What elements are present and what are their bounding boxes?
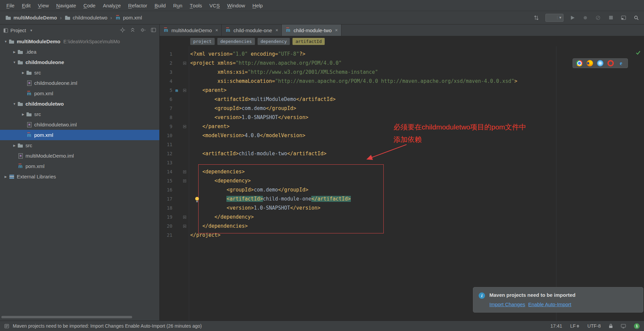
menu-window[interactable]: Window <box>223 0 249 11</box>
chevron-expanded-icon[interactable]: ▼ <box>3 40 9 43</box>
chevron-expanded-icon[interactable]: ▼ <box>11 61 17 64</box>
fold-marker-icon[interactable] <box>183 179 186 182</box>
fold-marker-icon[interactable] <box>183 170 186 173</box>
tree-item-childmoduletwo[interactable]: ▼childmoduletwo <box>0 99 159 109</box>
project-horizontal-scrollbar[interactable] <box>1 316 132 318</box>
project-panel-title[interactable]: Project ▼ <box>3 27 33 33</box>
lock-icon[interactable] <box>609 324 613 328</box>
tab-child-module-two[interactable]: mchild-module-two× <box>282 24 341 36</box>
run-button[interactable] <box>569 14 576 21</box>
line-separator-widget[interactable]: LF <box>570 323 579 329</box>
fold-marker-icon[interactable] <box>183 89 186 92</box>
chevron-collapsed-icon[interactable]: ▶ <box>20 71 26 74</box>
tree-item-src[interactable]: ▶src <box>0 140 159 151</box>
close-icon[interactable]: × <box>335 27 338 33</box>
hide-panel-icon[interactable] <box>151 27 156 34</box>
menu-code[interactable]: Code <box>80 0 99 11</box>
tree-item-childmoduleone-iml[interactable]: childmoduleone.iml <box>0 78 159 88</box>
fold-marker-icon[interactable] <box>183 225 186 228</box>
search-icon[interactable] <box>633 14 640 21</box>
tree-item-pom-xml[interactable]: mpom.xml <box>0 88 159 99</box>
tree-item-src[interactable]: ▶src <box>0 67 159 78</box>
menu-view[interactable]: View <box>34 0 53 11</box>
xml-crumb-dependencies[interactable]: dependencies <box>217 38 255 45</box>
menu-run[interactable]: Run <box>169 0 186 11</box>
menu-tools[interactable]: Tools <box>186 0 206 11</box>
xml-crumb-project[interactable]: project <box>190 38 215 45</box>
breadcrumb-pom-xml[interactable]: mpom.xml <box>114 14 144 21</box>
tree-item-external-libraries[interactable]: ▶External Libraries <box>0 171 159 182</box>
annotation-line-2: 添加依赖 <box>393 133 526 146</box>
maven-parent-icon[interactable]: m <box>175 88 178 93</box>
tree-item-src[interactable]: ▶src <box>0 109 159 119</box>
line-number: 11 <box>160 140 172 149</box>
code-line-7[interactable]: 7 <groupId>com.demo</groupId> <box>160 104 644 113</box>
code-line-12[interactable]: 12 <artifactId>child-module-two</artifac… <box>160 149 644 158</box>
breadcrumb-separator: › <box>110 15 112 20</box>
code-line-1[interactable]: 1<?xml version="1.0" encoding="UTF-8"?> <box>160 50 644 59</box>
xml-crumb-dependency[interactable]: dependency <box>258 38 290 45</box>
folder-icon <box>26 70 32 75</box>
notification-count-badge[interactable]: 1 <box>634 323 640 329</box>
safari-icon[interactable] <box>597 60 603 66</box>
link-import-changes[interactable]: Import Changes <box>489 301 525 307</box>
opera-icon[interactable] <box>607 60 614 66</box>
tab-child-module-one[interactable]: mchild-module-one× <box>222 24 282 36</box>
settings-gear-icon[interactable] <box>140 27 146 34</box>
coverage-icon[interactable] <box>594 14 602 21</box>
menu-refactor[interactable]: Refactor <box>124 0 151 11</box>
tab-multimoduledemo[interactable]: mmultiModuleDemo× <box>160 24 222 36</box>
stop-icon[interactable] <box>607 14 614 21</box>
menu-edit[interactable]: Edit <box>18 0 34 11</box>
code-line-5[interactable]: 5m <parent> <box>160 86 644 95</box>
link-enable-auto-import[interactable]: Enable Auto-Import <box>528 301 571 307</box>
chevron-collapsed-icon[interactable]: ▶ <box>11 144 17 147</box>
menu-analyze[interactable]: Analyze <box>99 0 124 11</box>
tree-item-childmoduleone[interactable]: ▼childmoduleone <box>0 57 159 67</box>
run-configuration-select[interactable]: ▼ <box>545 14 564 22</box>
chevron-collapsed-icon[interactable]: ▶ <box>20 113 26 116</box>
editor[interactable]: 1<?xml version="1.0" encoding="UTF-8"?>2… <box>160 46 644 321</box>
profiler-icon[interactable] <box>582 14 589 21</box>
tree-item-multimoduledemo-iml[interactable]: multiModuleDemo.iml <box>0 151 159 161</box>
breadcrumb-multimoduledemo[interactable]: multiModuleDemo <box>4 14 58 21</box>
code-line-6[interactable]: 6 <artifactId>multiModuleDemo</artifactI… <box>160 95 644 104</box>
encoding-widget[interactable]: UTF-8 <box>587 323 601 329</box>
chrome-icon[interactable] <box>576 60 583 66</box>
tree-item-idea[interactable]: ▶.idea <box>0 47 159 57</box>
menu-build[interactable]: Build <box>151 0 169 11</box>
menu-navigate[interactable]: Navigate <box>53 0 80 11</box>
code-line-3[interactable]: 3 xmlns:xsi="http://www.w3.org/2001/XMLS… <box>160 68 644 77</box>
chevron-collapsed-icon[interactable]: ▶ <box>3 175 9 178</box>
close-icon[interactable]: × <box>275 27 278 33</box>
menu-vcs[interactable]: VCS <box>206 0 223 11</box>
xml-crumb-artifactid[interactable]: artifactId <box>292 38 325 45</box>
tree-item-pom-xml[interactable]: mpom.xml <box>0 161 159 171</box>
highlighting-level-icon[interactable] <box>621 324 626 328</box>
collapse-all-icon[interactable] <box>130 27 135 34</box>
firefox-icon[interactable] <box>587 60 593 66</box>
close-icon[interactable]: × <box>215 27 218 33</box>
line-number: 7 <box>160 104 172 113</box>
tree-item-multimoduledemo[interactable]: ▼multiModuleDemoE:\ideaWorkSpace\multiMo <box>0 36 159 47</box>
tool-windows-icon[interactable] <box>620 14 627 21</box>
ie-icon[interactable]: e <box>618 60 624 66</box>
intention-bulb-icon[interactable] <box>195 197 200 203</box>
fold-marker-icon[interactable] <box>183 62 186 65</box>
event-log-icon[interactable] <box>4 324 9 328</box>
tree-item-childmoduletwo-iml[interactable]: childmoduletwo.iml <box>0 119 159 130</box>
code-line-4[interactable]: 4 xsi:schemaLocation="http://maven.apach… <box>160 77 644 86</box>
locate-file-icon[interactable] <box>120 27 125 34</box>
chevron-expanded-icon[interactable]: ▼ <box>11 102 17 106</box>
chevron-collapsed-icon[interactable]: ▶ <box>11 50 17 54</box>
menu-file[interactable]: File <box>3 0 18 11</box>
code-line-2[interactable]: 2<project xmlns="http://maven.apache.org… <box>160 59 644 68</box>
fold-marker-icon[interactable] <box>183 125 186 128</box>
breadcrumb-childmoduletwo[interactable]: childmoduletwo <box>63 14 109 21</box>
status-message[interactable]: Maven projects need to be imported: Impo… <box>13 323 202 329</box>
inspections-ok-icon[interactable] <box>636 50 641 56</box>
menu-help[interactable]: Help <box>249 0 267 11</box>
fold-marker-icon[interactable] <box>183 216 186 219</box>
updates-icon[interactable] <box>533 14 540 21</box>
tree-item-pom-xml[interactable]: mpom.xml <box>0 130 159 140</box>
